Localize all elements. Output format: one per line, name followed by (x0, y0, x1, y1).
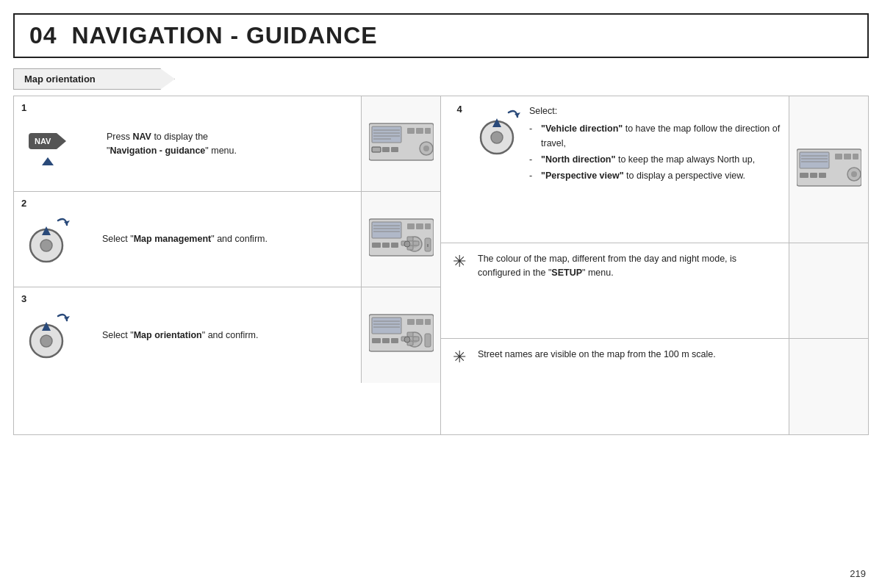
svg-rect-73 (819, 173, 826, 178)
page-number: 219 (850, 568, 866, 579)
svg-rect-8 (391, 147, 398, 152)
step-4-number-box: 4 (441, 96, 478, 243)
page-header: 04 NAVIGATION - GUIDANCE (13, 13, 869, 58)
svg-rect-24 (372, 243, 381, 248)
step-1-device-image (361, 96, 440, 191)
page-content: Map orientation 1 NAV (13, 68, 869, 435)
note-2-star-box: ✳ (441, 339, 478, 434)
svg-rect-53 (425, 319, 431, 325)
step-2-content: 2 (14, 192, 361, 287)
note-1-star-icon: ✳ (453, 252, 466, 271)
svg-point-61 (404, 337, 410, 343)
note-2-star-icon: ✳ (453, 348, 466, 367)
svg-rect-71 (800, 173, 808, 178)
section-label: Map orientation (24, 74, 96, 85)
svg-rect-75 (844, 154, 851, 159)
step-4-number: 4 (456, 104, 462, 115)
step-3-row: 3 Select "Map orientation" and confirm. (14, 287, 440, 383)
svg-point-13 (423, 146, 429, 151)
note-1-device-image (789, 243, 868, 338)
step-1-row: 1 NAV Pres (14, 96, 440, 192)
svg-rect-76 (853, 154, 858, 159)
svg-rect-11 (425, 128, 431, 134)
svg-point-17 (40, 240, 52, 251)
step-3-device-image (361, 287, 440, 383)
note-2-text: Street names are visible on the map from… (478, 339, 789, 434)
step-1-content: 1 NAV Pres (14, 96, 361, 191)
note-1-star-box: ✳ (441, 243, 478, 338)
left-column: 1 NAV Pres (14, 96, 441, 434)
step-4-knob-icon (478, 107, 522, 159)
step-2-knob-icon (27, 215, 71, 265)
svg-rect-74 (835, 154, 842, 159)
page-title: 04 NAVIGATION - GUIDANCE (29, 22, 853, 49)
svg-rect-26 (391, 243, 398, 248)
svg-rect-58 (413, 337, 419, 341)
note-1-row: ✳ The colour of the map, different from … (441, 243, 868, 339)
svg-point-38 (404, 241, 410, 247)
step-4-options: "Vehicle direction" to have the map foll… (529, 121, 784, 183)
svg-rect-14 (372, 147, 381, 152)
svg-rect-50 (391, 338, 398, 343)
step-4-device-image (789, 96, 868, 243)
step-1-number: 1 (21, 102, 26, 113)
step-4-option-2: "North direction" to keep the map always… (529, 152, 784, 167)
svg-rect-51 (407, 319, 415, 325)
note-2-device-image (789, 339, 868, 434)
step-3-number: 3 (21, 293, 26, 304)
svg-point-78 (851, 171, 857, 177)
svg-point-41 (40, 335, 52, 347)
step-2-number: 2 (21, 198, 26, 209)
svg-rect-9 (407, 128, 415, 134)
svg-rect-27 (407, 223, 415, 229)
svg-rect-1 (372, 126, 401, 143)
step-4-option-3: "Perspective view" to display a perspect… (529, 168, 784, 183)
nav-button-icon: NAV (29, 123, 80, 165)
svg-rect-44 (372, 318, 401, 334)
device-svg-3 (369, 313, 434, 357)
note-2-row: ✳ Street names are visible on the map fr… (441, 339, 868, 434)
step-4-text: Select: "Vehicle direction" to have the … (529, 104, 784, 184)
step-4-row: 4 Select: (441, 96, 868, 243)
step-2-text: Select "Map management" and confirm. (102, 232, 268, 246)
svg-point-64 (491, 132, 503, 143)
svg-rect-48 (372, 338, 381, 343)
svg-rect-57 (407, 332, 413, 337)
step-4-content: Select: "Vehicle direction" to have the … (478, 96, 789, 243)
device-svg-2 (369, 218, 434, 262)
device-svg-4 (797, 148, 861, 192)
section-label-box: Map orientation (13, 68, 175, 90)
svg-rect-34 (407, 237, 413, 241)
svg-rect-20 (372, 222, 401, 238)
svg-rect-49 (382, 338, 390, 343)
step-1-text: Press NAV to display the "Navigation - g… (107, 130, 237, 158)
svg-rect-28 (416, 223, 423, 229)
step-3-content: 3 Select "Map orientation" and confirm. (14, 287, 361, 383)
svg-rect-10 (416, 128, 423, 134)
svg-rect-25 (382, 243, 390, 248)
step-3-knob-icon (27, 310, 71, 360)
svg-rect-72 (810, 173, 817, 178)
main-grid: 1 NAV Pres (13, 96, 869, 435)
step-3-text: Select "Map orientation" and confirm. (102, 329, 258, 343)
note-1-text: The colour of the map, different from th… (478, 243, 789, 338)
right-column: 4 Select: (441, 96, 868, 434)
svg-rect-56 (425, 334, 431, 347)
device-svg-1 (369, 122, 434, 166)
svg-rect-29 (425, 223, 431, 229)
step-4-option-1: "Vehicle direction" to have the map foll… (529, 121, 784, 151)
svg-rect-7 (382, 147, 390, 152)
svg-rect-67 (800, 152, 829, 168)
svg-rect-35 (413, 241, 419, 245)
step-2-device-image (361, 192, 440, 287)
svg-rect-52 (416, 319, 423, 325)
step-2-row: 2 (14, 192, 440, 287)
